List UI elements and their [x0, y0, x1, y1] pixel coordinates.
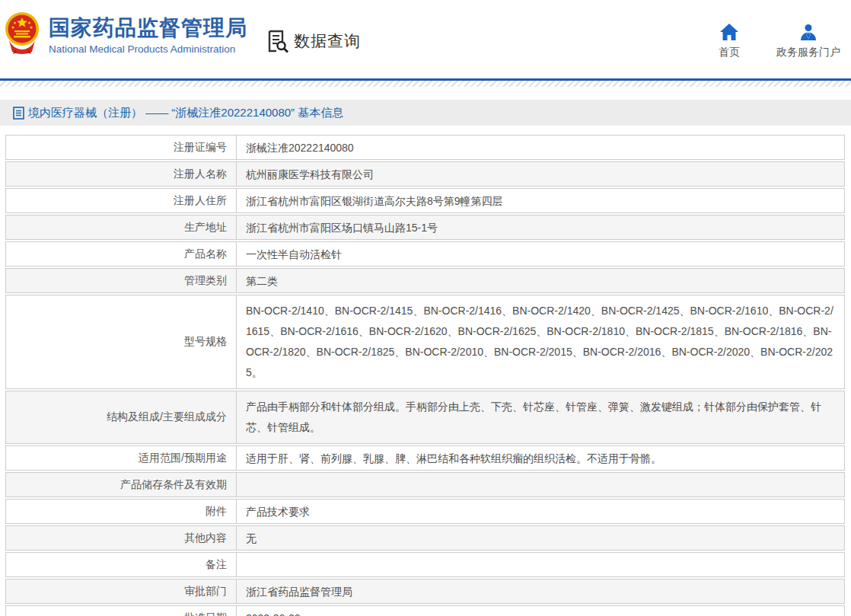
row-label: 产品储存条件及有效期 — [6, 473, 237, 496]
row-value — [237, 473, 844, 496]
row-label: 附件 — [6, 500, 237, 523]
row-value: 产品由手柄部分和针体部分组成。手柄部分由上壳、下壳、针芯座、针管座、弹簧、激发键… — [237, 391, 844, 443]
row-label: 结构及组成/主要组成成分 — [6, 391, 237, 443]
row-label: 其他内容 — [6, 526, 237, 550]
row-value: 产品技术要求 — [237, 500, 844, 523]
row-label: 备注 — [6, 553, 237, 576]
row-label: 批准日期 — [6, 606, 237, 616]
row-value: 2022-06-23 — [237, 606, 844, 616]
nav-home-label: 首页 — [719, 46, 740, 59]
table-row: 产品名称一次性半自动活检针 — [5, 241, 845, 267]
row-value: 无 — [237, 526, 844, 550]
table-row: 审批部门浙江省药品监督管理局 — [5, 579, 845, 604]
top-nav: 首页 政务服务门户 — [719, 23, 840, 59]
table-row: 产品储存条件及有效期 — [5, 472, 845, 497]
row-value: 浙江省杭州市富阳区银湖街道高尔夫路8号第9幢第四层 — [237, 189, 844, 212]
nav-home[interactable]: 首页 — [719, 23, 740, 59]
row-value: 第二类 — [237, 269, 844, 292]
table-row: 批准日期2022-06-23 — [5, 605, 845, 616]
row-value — [237, 553, 844, 576]
data-query-link[interactable]: 数据查询 — [266, 29, 361, 53]
table-row: 附件产品技术要求 — [5, 499, 845, 524]
table-row: 生产地址浙江省杭州市富阳区场口镇马山路15-1号 — [5, 215, 845, 240]
registration-info-table: 注册证编号浙械注准20222140080注册人名称杭州丽康医学科技有限公司注册人… — [5, 135, 845, 616]
row-label: 管理类别 — [6, 269, 237, 292]
data-query-icon — [266, 29, 289, 53]
table-row: 适用范围/预期用途适用于肝、肾、前列腺、乳腺、脾、淋巴结和各种软组织瘤的组织活检… — [5, 445, 845, 471]
row-label: 注册证编号 — [6, 136, 237, 159]
row-label: 生产地址 — [6, 215, 237, 239]
page-title: 境内医疗器械（注册） —— “浙械注准20222140080” 基本信息 — [28, 106, 343, 120]
table-row: 其他内容无 — [5, 525, 845, 551]
home-icon — [719, 23, 739, 41]
row-label: 注册人名称 — [6, 162, 237, 186]
site-title: 国家药品监督管理局 — [49, 15, 247, 41]
row-value: BN-OCR-2/1410、BN-OCR-2/1415、BN-OCR-2/141… — [237, 295, 844, 388]
row-value: 浙江省杭州市富阳区场口镇马山路15-1号 — [237, 215, 844, 239]
row-value: 一次性半自动活检针 — [237, 242, 844, 266]
data-query-label: 数据查询 — [294, 30, 361, 52]
table-row: 型号规格BN-OCR-2/1410、BN-OCR-2/1415、BN-OCR-2… — [5, 295, 845, 389]
table-row: 管理类别第二类 — [5, 268, 845, 293]
row-value: 杭州丽康医学科技有限公司 — [237, 162, 844, 186]
row-label: 适用范围/预期用途 — [6, 446, 237, 470]
row-label: 注册人住所 — [6, 189, 237, 212]
user-icon — [799, 23, 818, 41]
row-value: 浙械注准20222140080 — [237, 136, 844, 159]
logo-text-block: 国家药品监督管理局 National Medical Products Admi… — [49, 15, 247, 55]
breadcrumb-bar: 境内医疗器械（注册） —— “浙械注准20222140080” 基本信息 — [0, 100, 851, 126]
row-label: 审批部门 — [6, 579, 237, 603]
row-label: 型号规格 — [6, 295, 237, 388]
nav-portal-label: 政务服务门户 — [776, 46, 840, 59]
row-value: 浙江省药品监督管理局 — [237, 579, 844, 603]
hatch-band — [0, 81, 851, 87]
document-icon — [13, 107, 24, 120]
table-row: 备注 — [5, 552, 845, 577]
table-row: 结构及组成/主要组成成分产品由手柄部分和针体部分组成。手柄部分由上壳、下壳、针芯… — [5, 391, 845, 444]
row-value: 适用于肝、肾、前列腺、乳腺、脾、淋巴结和各种软组织瘤的组织活检。不适用于骨骼。 — [237, 446, 844, 470]
row-label: 产品名称 — [6, 242, 237, 266]
table-row: 注册证编号浙械注准20222140080 — [5, 135, 845, 160]
nav-portal[interactable]: 政务服务门户 — [776, 23, 840, 59]
nmpa-emblem — [5, 10, 40, 56]
table-row: 注册人住所浙江省杭州市富阳区银湖街道高尔夫路8号第9幢第四层 — [5, 188, 845, 213]
site-header: 国家药品监督管理局 National Medical Products Admi… — [0, 0, 851, 78]
table-row: 注册人名称杭州丽康医学科技有限公司 — [5, 161, 845, 187]
site-subtitle: National Medical Products Administration — [49, 43, 247, 55]
